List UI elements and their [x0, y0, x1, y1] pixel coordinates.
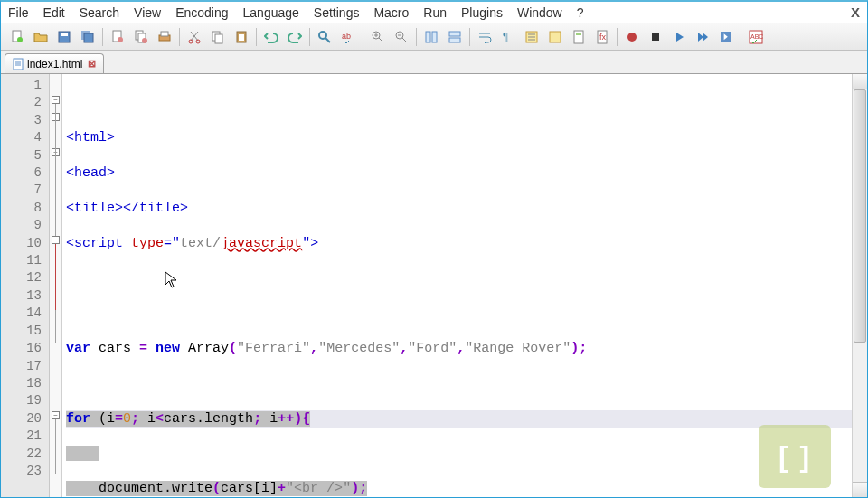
indent-guide-icon[interactable] — [521, 26, 542, 48]
svg-rect-12 — [161, 32, 168, 36]
tab-close-icon[interactable]: ⊠ — [88, 58, 96, 70]
line-num: 10 — [1, 235, 42, 252]
scroll-up-icon[interactable] — [853, 74, 867, 89]
stop-macro-icon[interactable] — [645, 26, 666, 48]
line-num: 9 — [1, 217, 42, 234]
menu-language[interactable]: Language — [243, 5, 299, 20]
line-number-gutter: 1 2 3 4 5 6 7 8 9 10 11 12 13 14 15 16 1… — [1, 74, 50, 497]
copy-icon[interactable] — [207, 26, 229, 48]
menu-help[interactable]: ? — [577, 5, 584, 20]
scroll-down-icon[interactable] — [853, 482, 867, 497]
line-num: 19 — [1, 392, 42, 409]
function-list-icon[interactable]: fx — [591, 26, 613, 48]
menu-search[interactable]: Search — [80, 5, 119, 20]
svg-rect-29 — [550, 32, 561, 42]
line-num: 2 — [1, 94, 42, 111]
sync-h-icon[interactable] — [444, 26, 466, 48]
line-num: 5 — [1, 147, 42, 164]
menu-file[interactable]: File — [8, 5, 29, 20]
show-all-chars-icon[interactable]: ¶ — [497, 26, 519, 48]
open-file-icon[interactable] — [30, 26, 52, 48]
doc-map-icon[interactable] — [568, 26, 590, 48]
svg-point-34 — [627, 33, 637, 42]
zoom-out-icon[interactable] — [391, 26, 412, 48]
zoom-in-icon[interactable] — [367, 26, 389, 48]
scroll-thumb[interactable] — [854, 89, 866, 343]
line-num: 23 — [1, 463, 42, 480]
menu-encoding[interactable]: Encoding — [175, 5, 228, 20]
toolbar: ab ¶ fx ABC — [1, 23, 867, 51]
svg-text:ab: ab — [342, 32, 351, 41]
menu-run[interactable]: Run — [423, 5, 447, 20]
svg-point-1 — [17, 37, 23, 42]
line-num: 11 — [1, 252, 42, 269]
print-icon[interactable] — [154, 26, 175, 48]
editor-area: 1 2 3 4 5 6 7 8 9 10 11 12 13 14 15 16 1… — [1, 74, 867, 497]
tab-index1[interactable]: index1.html ⊠ — [5, 53, 104, 73]
svg-rect-26 — [449, 38, 460, 42]
fold-toggle-icon[interactable]: − — [52, 96, 60, 104]
fold-gutter: − − − − − — [50, 74, 62, 497]
watermark-logo — [759, 425, 831, 488]
save-icon[interactable] — [53, 26, 75, 48]
menu-view[interactable]: View — [134, 5, 161, 20]
svg-text:¶: ¶ — [503, 31, 508, 43]
line-num: 21 — [1, 428, 42, 445]
redo-icon[interactable] — [284, 26, 306, 48]
paste-icon[interactable] — [231, 26, 252, 48]
spellcheck-icon[interactable]: ABC — [745, 26, 767, 48]
svg-rect-39 — [14, 59, 23, 70]
wordwrap-icon[interactable] — [474, 26, 495, 48]
tab-label: index1.html — [27, 58, 82, 70]
fold-toggle-icon[interactable]: − — [52, 411, 60, 419]
window-close-icon[interactable]: X — [851, 5, 860, 20]
undo-icon[interactable] — [260, 26, 282, 48]
svg-rect-31 — [576, 33, 581, 35]
svg-rect-18 — [239, 34, 244, 41]
close-all-icon[interactable] — [130, 26, 152, 48]
line-num: 12 — [1, 269, 42, 287]
line-num: 16 — [1, 340, 42, 357]
svg-rect-16 — [215, 34, 222, 43]
svg-rect-3 — [61, 33, 68, 36]
play-multi-icon[interactable] — [692, 26, 713, 48]
menu-edit[interactable]: Edit — [43, 5, 65, 20]
line-num: 20 — [1, 410, 42, 428]
svg-point-10 — [142, 38, 147, 43]
line-num: 6 — [1, 164, 42, 182]
app-window: File Edit Search View Encoding Language … — [0, 0, 868, 498]
sync-v-icon[interactable] — [420, 26, 442, 48]
line-num: 18 — [1, 375, 42, 392]
line-num: 3 — [1, 112, 42, 129]
line-num: 7 — [1, 182, 42, 199]
code-content[interactable]: <html> <head> <title></title> <script ty… — [62, 74, 852, 497]
menu-macro[interactable]: Macro — [373, 5, 409, 20]
menu-window[interactable]: Window — [517, 5, 562, 20]
user-lang-icon[interactable] — [544, 26, 566, 48]
svg-text:ABC: ABC — [750, 33, 763, 40]
fold-toggle-icon[interactable]: − — [52, 236, 60, 244]
menu-plugins[interactable]: Plugins — [461, 5, 503, 20]
record-macro-icon[interactable] — [621, 26, 643, 48]
svg-rect-35 — [652, 33, 659, 41]
tabbar: index1.html ⊠ — [1, 51, 867, 74]
replace-icon[interactable]: ab — [337, 26, 359, 48]
menu-settings[interactable]: Settings — [314, 5, 360, 20]
new-file-icon[interactable] — [6, 26, 28, 48]
svg-rect-23 — [426, 32, 430, 42]
file-icon — [13, 58, 24, 70]
close-file-icon[interactable] — [107, 26, 128, 48]
menubar: File Edit Search View Encoding Language … — [1, 2, 867, 23]
play-macro-icon[interactable] — [668, 26, 690, 48]
line-num: 15 — [1, 323, 42, 340]
save-macro-icon[interactable] — [715, 26, 737, 48]
svg-text:fx: fx — [599, 33, 607, 42]
line-num: 22 — [1, 446, 42, 463]
line-num: 13 — [1, 287, 42, 305]
svg-rect-24 — [432, 32, 437, 42]
find-icon[interactable] — [314, 26, 335, 48]
cut-icon[interactable] — [184, 26, 205, 48]
save-all-icon[interactable] — [77, 26, 99, 48]
line-num: 4 — [1, 129, 42, 146]
vertical-scrollbar[interactable] — [852, 74, 867, 497]
